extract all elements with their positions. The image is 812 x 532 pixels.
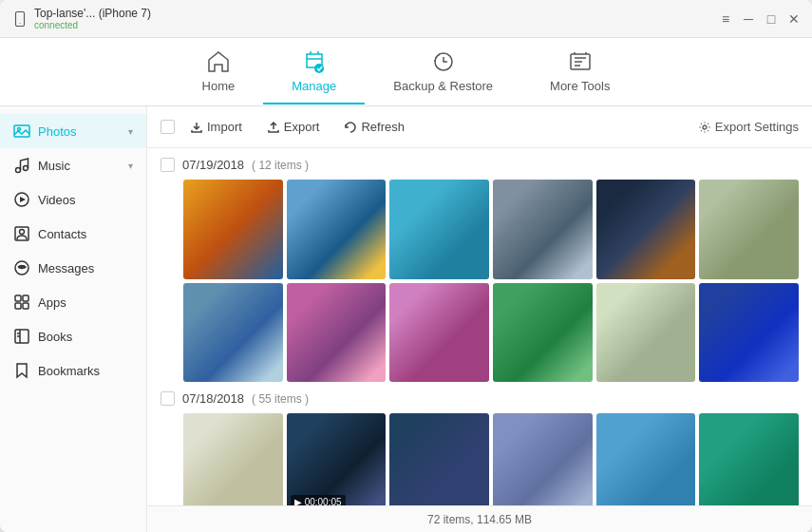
- chevron-icon: ▾: [128, 126, 133, 137]
- device-name: Top-lanse'... (iPhone 7): [34, 7, 151, 20]
- svg-point-14: [19, 266, 21, 268]
- sidebar-music-label: Music: [38, 159, 70, 173]
- sidebar-apps-label: Apps: [38, 295, 66, 310]
- main-content: Photos ▾ Music ▾ Videos: [0, 106, 812, 532]
- app-window: Top-lanse'... (iPhone 7) connected ≡ ─ □…: [0, 0, 812, 532]
- video-overlay: ▶ 00:00:05: [291, 495, 346, 505]
- refresh-button[interactable]: Refresh: [334, 115, 414, 139]
- close-icon[interactable]: ✕: [787, 12, 801, 26]
- refresh-label: Refresh: [361, 120, 405, 134]
- svg-point-12: [20, 230, 25, 235]
- apps-icon: [13, 294, 30, 311]
- photo-cell[interactable]: [699, 180, 799, 279]
- content-area: Import Export Refresh: [147, 106, 812, 532]
- date-group-2: 07/18/2018 ( 55 items ) ▶ 00:00:05: [161, 391, 799, 505]
- photo-grid-2: ▶ 00:00:05: [183, 413, 799, 505]
- svg-point-15: [21, 266, 23, 268]
- status-text: 72 items, 114.65 MB: [427, 513, 532, 526]
- photo-cell[interactable]: [596, 180, 696, 279]
- photo-cell[interactable]: [493, 180, 593, 279]
- sidebar-bookmarks-label: Bookmarks: [38, 364, 100, 378]
- svg-marker-10: [20, 197, 26, 202]
- tab-manage[interactable]: Manage: [263, 39, 365, 104]
- tools-icon: [567, 48, 594, 75]
- gear-icon: [698, 121, 711, 134]
- photo-cell[interactable]: [389, 180, 489, 279]
- tab-tools[interactable]: More Tools: [521, 39, 638, 104]
- messages-icon: [13, 259, 30, 276]
- minimize-icon[interactable]: ─: [742, 12, 755, 26]
- bookmarks-icon: [13, 362, 30, 379]
- tab-home[interactable]: Home: [174, 39, 264, 104]
- sidebar-item-bookmarks[interactable]: Bookmarks: [0, 353, 146, 388]
- svg-rect-20: [23, 303, 28, 309]
- photo-cell[interactable]: [183, 180, 283, 279]
- photo-cell[interactable]: [287, 283, 387, 383]
- sidebar-item-contacts[interactable]: Contacts: [0, 217, 146, 251]
- music-icon: [13, 157, 30, 174]
- photo-grid-1: [183, 180, 799, 382]
- photo-cell[interactable]: [596, 283, 696, 383]
- sidebar-item-photos[interactable]: Photos ▾: [0, 114, 146, 148]
- device-status: connected: [34, 20, 151, 30]
- svg-rect-18: [23, 295, 28, 301]
- title-bar: Top-lanse'... (iPhone 7) connected ≡ ─ □…: [0, 0, 812, 38]
- photo-cell[interactable]: [389, 283, 489, 383]
- contacts-icon: [13, 225, 30, 242]
- svg-rect-0: [16, 11, 25, 26]
- sidebar-item-music[interactable]: Music ▾: [0, 148, 146, 182]
- photo-grid-container[interactable]: 07/19/2018 ( 12 items ): [147, 148, 812, 505]
- photo-cell[interactable]: [287, 180, 387, 279]
- sidebar-item-books[interactable]: Books: [0, 319, 146, 353]
- date-group-1: 07/19/2018 ( 12 items ): [161, 158, 799, 382]
- backup-icon: [430, 48, 457, 75]
- export-label: Export: [284, 120, 320, 134]
- sidebar-contacts-label: Contacts: [38, 227, 86, 241]
- toolbar: Import Export Refresh: [147, 106, 812, 148]
- tab-manage-label: Manage: [292, 79, 336, 93]
- date-label-2: 07/18/2018: [182, 391, 244, 406]
- photo-cell[interactable]: [596, 413, 696, 505]
- date-header-2: 07/18/2018 ( 55 items ): [161, 391, 799, 406]
- group1-checkbox[interactable]: [161, 158, 175, 172]
- export-settings-button[interactable]: Export Settings: [698, 120, 799, 134]
- svg-point-2: [314, 64, 324, 73]
- photo-cell[interactable]: [389, 413, 489, 505]
- sidebar-books-label: Books: [38, 330, 72, 344]
- home-icon: [205, 48, 232, 75]
- tab-backup-label: Backup & Restore: [393, 79, 493, 93]
- sidebar-item-messages[interactable]: Messages: [0, 251, 146, 285]
- photo-cell[interactable]: ▶ 00:00:05: [287, 413, 387, 505]
- svg-rect-17: [15, 295, 21, 301]
- status-bar: 72 items, 114.65 MB: [147, 505, 812, 532]
- photo-cell[interactable]: [183, 413, 283, 505]
- export-settings-label: Export Settings: [715, 120, 799, 134]
- video-icon: [13, 191, 30, 208]
- photo-cell[interactable]: [699, 413, 799, 505]
- photo-cell[interactable]: [699, 283, 799, 383]
- import-button[interactable]: Import: [180, 115, 252, 139]
- photo-cell[interactable]: [183, 283, 283, 383]
- export-icon: [267, 121, 280, 134]
- select-all-checkbox[interactable]: [161, 120, 175, 134]
- date-header-1: 07/19/2018 ( 12 items ): [161, 158, 799, 172]
- group2-checkbox[interactable]: [161, 391, 175, 406]
- image-icon: [13, 123, 30, 140]
- export-button[interactable]: Export: [257, 115, 330, 139]
- item-count-1: ( 12 items ): [252, 159, 309, 172]
- photo-cell[interactable]: [493, 413, 593, 505]
- sidebar-videos-label: Videos: [38, 193, 76, 207]
- tab-tools-label: More Tools: [550, 79, 610, 93]
- video-duration: 00:00:05: [305, 497, 342, 505]
- menu-icon[interactable]: ≡: [719, 12, 732, 26]
- svg-point-25: [703, 125, 707, 129]
- books-icon: [13, 328, 30, 345]
- sidebar-item-apps[interactable]: Apps: [0, 285, 146, 319]
- tab-backup[interactable]: Backup & Restore: [365, 39, 521, 104]
- photo-cell[interactable]: [493, 283, 593, 383]
- sidebar: Photos ▾ Music ▾ Videos: [0, 106, 147, 532]
- sidebar-messages-label: Messages: [38, 261, 94, 276]
- maximize-icon[interactable]: □: [765, 12, 778, 26]
- sidebar-item-videos[interactable]: Videos: [0, 182, 146, 217]
- refresh-icon: [344, 121, 357, 134]
